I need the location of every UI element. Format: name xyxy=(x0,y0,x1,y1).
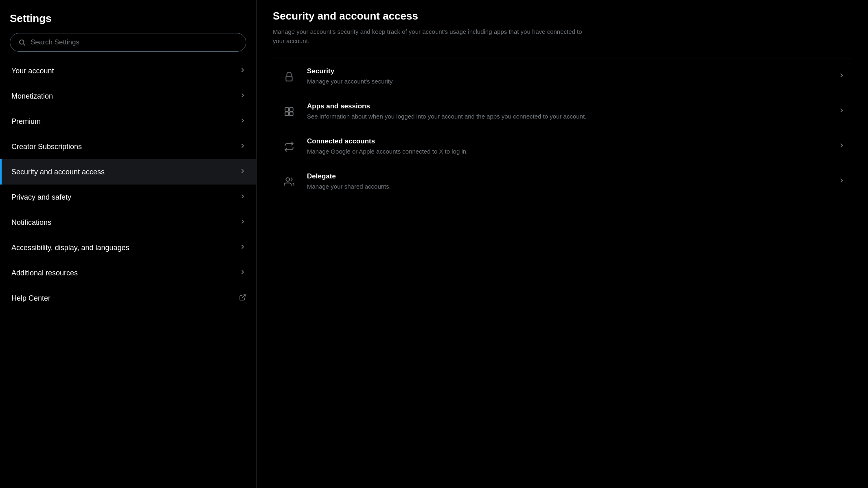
item-text: DelegateManage your shared accounts. xyxy=(307,172,830,191)
sidebar-item-label: Notifications xyxy=(11,218,51,227)
item-text: Apps and sessionsSee information about w… xyxy=(307,102,830,121)
sidebar-item-label: Creator Subscriptions xyxy=(11,143,82,151)
item-subtitle: Manage Google or Apple accounts connecte… xyxy=(307,147,830,156)
sidebar-item-label: Security and account access xyxy=(11,168,105,176)
lock-icon xyxy=(279,71,299,82)
sidebar: Settings Your account Monetization Premi… xyxy=(0,0,256,488)
sidebar-item-notifications[interactable]: Notifications xyxy=(0,210,256,235)
settings-item-security[interactable]: SecurityManage your account's security. xyxy=(273,59,852,94)
settings-item-apps-and-sessions[interactable]: Apps and sessionsSee information about w… xyxy=(273,94,852,129)
main-title: Security and account access xyxy=(273,10,852,22)
item-subtitle: Manage your shared accounts. xyxy=(307,182,830,191)
chevron-right-icon xyxy=(239,66,246,75)
sidebar-item-label: Monetization xyxy=(11,92,53,101)
chevron-right-icon xyxy=(239,142,246,151)
chevron-right-icon xyxy=(239,243,246,252)
svg-rect-6 xyxy=(285,112,289,116)
item-text: SecurityManage your account's security. xyxy=(307,67,830,86)
chevron-right-icon xyxy=(239,117,246,126)
search-input[interactable] xyxy=(31,38,238,46)
sidebar-item-help-center[interactable]: Help Center xyxy=(0,286,256,311)
chevron-right-icon xyxy=(239,268,246,277)
search-container xyxy=(0,33,256,58)
settings-item-delegate[interactable]: DelegateManage your shared accounts. xyxy=(273,164,852,199)
chevron-right-icon xyxy=(239,218,246,227)
sidebar-item-label: Premium xyxy=(11,117,41,126)
svg-rect-4 xyxy=(285,108,289,111)
chevron-right-icon xyxy=(239,92,246,101)
item-title: Delegate xyxy=(307,172,830,180)
sidebar-item-label: Accessibility, display, and languages xyxy=(11,244,129,252)
apps-icon xyxy=(279,106,299,117)
sidebar-item-label: Privacy and safety xyxy=(11,193,71,202)
chevron-right-icon xyxy=(838,72,845,81)
sidebar-item-additional-resources[interactable]: Additional resources xyxy=(0,260,256,286)
search-icon xyxy=(18,39,26,46)
sidebar-item-your-account[interactable]: Your account xyxy=(0,58,256,84)
settings-items-list: SecurityManage your account's security. … xyxy=(273,59,852,199)
settings-title: Settings xyxy=(0,8,256,33)
chevron-right-icon xyxy=(838,142,845,151)
external-link-icon xyxy=(239,294,246,303)
item-title: Security xyxy=(307,67,830,75)
sidebar-item-label: Help Center xyxy=(11,294,50,303)
sidebar-item-security-and-account-access[interactable]: Security and account access xyxy=(0,159,256,185)
chevron-right-icon xyxy=(239,167,246,176)
item-subtitle: Manage your account's security. xyxy=(307,77,830,86)
sidebar-item-monetization[interactable]: Monetization xyxy=(0,84,256,109)
settings-nav: Your account Monetization Premium Creato… xyxy=(0,58,256,311)
settings-item-connected-accounts[interactable]: Connected accountsManage Google or Apple… xyxy=(273,129,852,164)
main-content: Security and account access Manage your … xyxy=(256,0,868,488)
connected-icon xyxy=(279,141,299,152)
svg-rect-5 xyxy=(289,108,293,111)
item-title: Connected accounts xyxy=(307,137,830,145)
sidebar-item-label: Your account xyxy=(11,67,54,75)
sidebar-item-label: Additional resources xyxy=(11,269,78,277)
chevron-right-icon xyxy=(239,193,246,202)
sidebar-item-privacy-and-safety[interactable]: Privacy and safety xyxy=(0,185,256,210)
item-title: Apps and sessions xyxy=(307,102,830,110)
svg-point-8 xyxy=(286,178,289,181)
main-description: Manage your account's security and keep … xyxy=(273,27,590,46)
item-text: Connected accountsManage Google or Apple… xyxy=(307,137,830,156)
svg-line-2 xyxy=(242,295,245,298)
chevron-right-icon xyxy=(838,107,845,116)
chevron-right-icon xyxy=(838,177,845,186)
svg-point-0 xyxy=(20,40,24,44)
sidebar-item-creator-subscriptions[interactable]: Creator Subscriptions xyxy=(0,134,256,159)
delegate-icon xyxy=(279,176,299,187)
svg-line-1 xyxy=(23,44,25,45)
sidebar-item-premium[interactable]: Premium xyxy=(0,109,256,134)
svg-rect-7 xyxy=(289,112,293,116)
sidebar-item-accessibility-display-languages[interactable]: Accessibility, display, and languages xyxy=(0,235,256,260)
item-subtitle: See information about when you logged in… xyxy=(307,112,830,121)
svg-rect-3 xyxy=(286,76,292,81)
search-box[interactable] xyxy=(10,33,246,52)
